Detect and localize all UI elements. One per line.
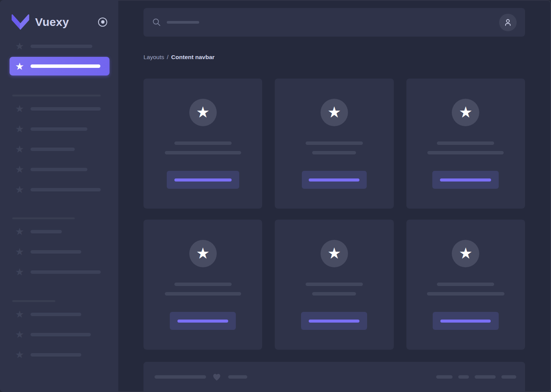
menu-label-placeholder	[31, 188, 101, 191]
menu-label-placeholder	[31, 45, 92, 48]
main-content: Layouts/Content navbar ★★★★★★	[118, 0, 551, 392]
star-icon: ★	[14, 124, 25, 134]
star-icon: ★	[14, 350, 25, 360]
breadcrumb-current: Content navbar	[171, 54, 215, 60]
top-navbar	[143, 8, 525, 37]
record-circle-dot	[101, 20, 105, 24]
sidebar-item[interactable]: ★	[10, 143, 110, 155]
star-icon: ★	[327, 104, 341, 120]
star-icon: ★	[14, 247, 25, 257]
breadcrumb-separator: /	[167, 54, 168, 60]
cards-grid: ★★★★★★	[143, 79, 525, 350]
menu-label-placeholder	[31, 168, 87, 171]
search-placeholder-bar	[167, 21, 199, 24]
menu-label-placeholder	[31, 250, 81, 254]
search-icon	[152, 18, 161, 27]
sidebar-item[interactable]: ★	[10, 328, 110, 341]
sidebar-item[interactable]: ★	[10, 183, 110, 196]
content-card: ★	[275, 79, 393, 209]
record-circle-icon[interactable]	[98, 18, 107, 27]
content-card: ★	[275, 220, 393, 350]
star-avatar: ★	[452, 99, 479, 126]
card-subtitle-placeholder	[427, 292, 504, 296]
star-avatar: ★	[321, 99, 348, 126]
star-avatar: ★	[321, 240, 348, 267]
menu-label-placeholder	[31, 148, 75, 151]
vuexy-logo[interactable]	[11, 14, 29, 30]
content-card: ★	[406, 79, 525, 209]
star-icon: ★	[14, 164, 25, 174]
footer-link-placeholder[interactable]	[501, 375, 516, 379]
star-icon: ★	[14, 144, 25, 154]
menu-label-placeholder	[31, 353, 81, 357]
button-label-placeholder	[309, 178, 359, 182]
menu-label-placeholder	[31, 107, 101, 111]
sidebar-item[interactable]: ★	[10, 225, 110, 238]
breadcrumb: Layouts/Content navbar	[143, 53, 525, 62]
footer-link-placeholder[interactable]	[436, 375, 453, 379]
sidebar-section-divider	[12, 217, 75, 219]
card-title-placeholder	[174, 141, 232, 145]
footer-link-placeholder[interactable]	[458, 375, 469, 379]
star-icon: ★	[459, 104, 472, 120]
card-action-button[interactable]	[170, 312, 236, 330]
sidebar-item[interactable]: ★	[10, 103, 110, 115]
button-label-placeholder	[177, 320, 228, 323]
sidebar-item[interactable]: ★	[10, 246, 110, 258]
menu-label-placeholder	[31, 64, 100, 68]
sidebar-item-active[interactable]: ★	[10, 57, 110, 76]
star-icon: ★	[14, 309, 25, 319]
star-icon: ★	[14, 104, 25, 114]
button-label-placeholder	[440, 320, 491, 323]
vuexy-v-icon	[11, 14, 29, 30]
sidebar-item[interactable]: ★	[10, 266, 110, 278]
sidebar-item[interactable]: ★	[10, 123, 110, 135]
breadcrumb-parent[interactable]: Layouts	[143, 54, 164, 60]
app-frame: Vuexy ★★★★★★★★★★★★★	[0, 0, 551, 392]
content-card: ★	[143, 220, 262, 350]
footer-text-placeholder	[155, 375, 206, 379]
menu-label-placeholder	[31, 270, 101, 274]
star-icon: ★	[14, 267, 25, 277]
search-input[interactable]	[152, 18, 199, 27]
menu-label-placeholder	[31, 127, 87, 131]
card-subtitle-placeholder	[165, 151, 241, 154]
card-subtitle-placeholder	[312, 292, 356, 296]
footer-card	[143, 362, 525, 392]
sidebar-item[interactable]: ★	[10, 40, 110, 52]
star-icon: ★	[327, 246, 341, 261]
menu-label-placeholder	[31, 230, 62, 233]
card-action-button[interactable]	[167, 171, 239, 189]
heart-icon	[212, 372, 222, 382]
star-icon: ★	[196, 104, 210, 120]
app-title: Vuexy	[35, 16, 69, 29]
card-action-button[interactable]	[433, 312, 499, 330]
sidebar: Vuexy ★★★★★★★★★★★★★	[0, 0, 118, 392]
sidebar-item[interactable]: ★	[10, 349, 110, 361]
button-label-placeholder	[309, 320, 359, 323]
footer-link-placeholder[interactable]	[475, 375, 496, 379]
sidebar-section-divider	[12, 95, 101, 96]
sidebar-item[interactable]: ★	[10, 308, 110, 320]
star-icon: ★	[14, 185, 25, 194]
menu-label-placeholder	[31, 313, 81, 316]
button-label-placeholder	[174, 178, 232, 182]
card-action-button[interactable]	[301, 312, 367, 330]
card-title-placeholder	[306, 141, 363, 145]
user-icon	[503, 18, 513, 27]
star-icon: ★	[14, 329, 25, 339]
card-action-button[interactable]	[302, 171, 367, 189]
card-action-button[interactable]	[432, 171, 499, 189]
sidebar-section-divider	[12, 300, 55, 302]
card-title-placeholder	[437, 141, 494, 145]
card-subtitle-placeholder	[312, 151, 356, 154]
card-subtitle-placeholder	[427, 151, 504, 154]
card-subtitle-placeholder	[165, 292, 241, 296]
button-label-placeholder	[440, 178, 491, 182]
menu-label-placeholder	[31, 333, 91, 336]
content-card: ★	[143, 79, 262, 209]
user-avatar[interactable]	[499, 14, 517, 31]
card-title-placeholder	[306, 283, 363, 286]
sidebar-item[interactable]: ★	[10, 163, 110, 175]
footer-row	[155, 372, 516, 382]
